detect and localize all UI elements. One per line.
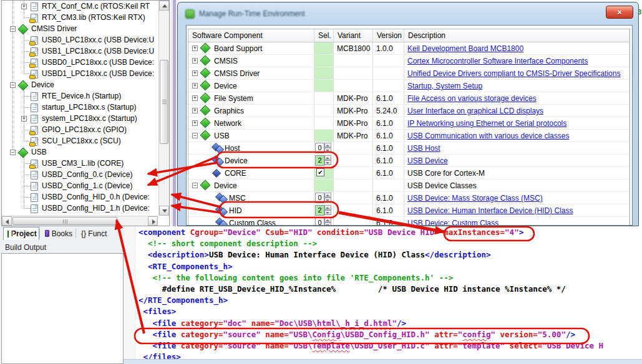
close-button[interactable]: × bbox=[606, 6, 633, 19]
table-row[interactable]: +DeviceStartup, System Setup bbox=[188, 80, 630, 92]
table-row[interactable]: +CMSIS DriverUnified Device Drivers comp… bbox=[188, 67, 630, 80]
expand-icon[interactable]: + bbox=[192, 95, 198, 101]
variant-cell[interactable] bbox=[334, 155, 373, 167]
description-link[interactable]: USB Device: Human Interface Device (HID)… bbox=[407, 206, 573, 215]
selection-cell[interactable]: 0 bbox=[314, 192, 334, 204]
table-row[interactable]: HID26.1.0USB Device: Human Interface Dev… bbox=[188, 204, 630, 217]
variant-cell[interactable]: MDK-Pro bbox=[334, 105, 373, 117]
spinner-down-button[interactable] bbox=[324, 160, 331, 165]
expand-icon[interactable]: + bbox=[21, 116, 27, 122]
variant-cell[interactable]: MCB1800 bbox=[334, 42, 373, 55]
variant-cell[interactable] bbox=[334, 142, 373, 155]
spinner-up-button[interactable] bbox=[324, 193, 331, 198]
table-row[interactable]: +GraphicsMDK-Pro5.24.0User Interface on … bbox=[188, 105, 630, 117]
expand-icon[interactable]: + bbox=[192, 108, 198, 113]
tree-item[interactable]: GPIO_LPC18xx.c (GPIO) bbox=[2, 125, 160, 136]
instance-spinner[interactable]: 0 bbox=[315, 143, 333, 153]
tree-item[interactable]: +system_LPC18xx.c (Startup) bbox=[2, 113, 160, 125]
selection-cell[interactable]: 2 bbox=[314, 155, 334, 167]
table-row[interactable]: +File SystemMDK-Pro6.1.0File Access on v… bbox=[188, 92, 630, 105]
description-link[interactable]: Unified Device Drivers compliant to CMSI… bbox=[407, 69, 620, 78]
spinner-down-button[interactable] bbox=[324, 210, 331, 215]
description-link[interactable]: IP Networking using Ethernet or Serial p… bbox=[407, 119, 567, 128]
variant-cell[interactable] bbox=[334, 80, 373, 92]
tree-item[interactable]: USB_CM3_L.lib (CORE) bbox=[2, 158, 160, 170]
instance-spinner[interactable]: 0 bbox=[315, 193, 333, 203]
tree-item[interactable]: USBD1_LPC18xx.c (USB Device: bbox=[2, 69, 160, 80]
tree-item[interactable]: +RTX_Conf_CM.c (RTOS:Keil RT bbox=[2, 1, 160, 12]
tree-horizontal-scrollbar[interactable] bbox=[2, 216, 158, 226]
selection-cell[interactable] bbox=[314, 117, 334, 130]
description-link[interactable]: USB Device: Mass Storage Class (MSC) bbox=[407, 194, 543, 203]
selection-cell[interactable] bbox=[314, 55, 334, 67]
tree-item[interactable]: USB0_LPC18xx.c (USB Device:U bbox=[2, 35, 160, 46]
spinner-up-button[interactable] bbox=[324, 155, 331, 160]
scroll-right-button[interactable] bbox=[148, 216, 158, 226]
description-link[interactable]: USB Device bbox=[407, 156, 448, 165]
table-row[interactable]: CORE✔6.1.0USB Core for Cortex-M bbox=[188, 167, 630, 180]
build-output-panel[interactable] bbox=[1, 253, 124, 364]
selection-cell[interactable] bbox=[314, 92, 334, 105]
table-row[interactable]: Host06.1.0USB Host bbox=[188, 142, 630, 155]
table-row[interactable]: MSC06.1.0USB Device: Mass Storage Class … bbox=[188, 192, 630, 204]
description-link[interactable]: USB Communication with various device cl… bbox=[407, 132, 569, 140]
spinner-up-button[interactable] bbox=[324, 218, 331, 223]
selection-cell[interactable] bbox=[314, 105, 334, 117]
expand-icon[interactable]: + bbox=[192, 58, 198, 64]
tree-item[interactable]: −USB bbox=[2, 147, 160, 158]
tree-item[interactable]: −CMSIS Driver bbox=[2, 24, 160, 35]
tree-item[interactable]: −Device bbox=[2, 80, 160, 91]
tab-project[interactable]: Project bbox=[3, 227, 39, 240]
table-row[interactable]: −DeviceUSB Device Classes bbox=[188, 180, 630, 192]
table-row[interactable]: +CMSISCortex Microcontroller Software In… bbox=[188, 55, 630, 67]
dialog-titlebar[interactable]: Manage Run-Time Environment bbox=[185, 7, 305, 20]
select-checkbox[interactable]: ✔ bbox=[316, 168, 324, 176]
spinner-down-button[interactable] bbox=[324, 198, 331, 203]
selection-cell[interactable] bbox=[314, 42, 334, 55]
tree-item[interactable]: SCU_LPC18xx.c (SCU) bbox=[2, 136, 160, 147]
selection-cell[interactable]: 2 bbox=[314, 204, 334, 217]
table-row[interactable]: Custom Class06.1.0USB Device: Custom Cla… bbox=[188, 217, 630, 225]
expand-icon[interactable]: + bbox=[192, 83, 198, 89]
expand-icon[interactable]: + bbox=[192, 70, 198, 76]
selection-cell[interactable]: 0 bbox=[314, 217, 334, 225]
expand-icon[interactable]: + bbox=[192, 120, 198, 126]
selection-cell[interactable] bbox=[314, 80, 334, 92]
instance-spinner[interactable]: 2 bbox=[315, 155, 333, 166]
variant-cell[interactable] bbox=[334, 192, 373, 204]
pdsc-xml-code[interactable]: <component Cgroup="Device" Csub="HID" co… bbox=[139, 227, 603, 363]
scrollbar-thumb[interactable] bbox=[12, 217, 117, 225]
tab-funct[interactable]: {} Funct bbox=[77, 227, 124, 240]
variant-cell[interactable] bbox=[334, 67, 373, 80]
spinner-down-button[interactable] bbox=[324, 223, 331, 225]
description-link[interactable]: File Access on various storage devices bbox=[407, 94, 537, 103]
scroll-left-button[interactable] bbox=[2, 216, 12, 226]
scroll-down-button[interactable] bbox=[159, 206, 169, 216]
scroll-up-button[interactable] bbox=[159, 1, 169, 11]
spinner-down-button[interactable] bbox=[324, 148, 331, 153]
selection-cell[interactable]: 0 bbox=[314, 142, 334, 155]
spinner-up-button[interactable] bbox=[324, 205, 331, 210]
collapse-icon[interactable]: − bbox=[10, 150, 16, 155]
table-row[interactable]: Device26.1.0USB Device bbox=[188, 155, 630, 167]
description-link[interactable]: USB Device: Custom Class bbox=[407, 219, 499, 225]
collapse-icon[interactable]: − bbox=[192, 133, 198, 138]
selection-cell[interactable] bbox=[314, 180, 334, 192]
selection-cell[interactable]: ✔ bbox=[314, 167, 334, 180]
tree-item[interactable]: USB1_LPC18xx.c (USB Device:U bbox=[2, 46, 160, 57]
selection-cell[interactable] bbox=[314, 130, 334, 142]
variant-cell[interactable]: MDK-Pro bbox=[334, 117, 373, 130]
tree-item[interactable]: RTE_Device.h (Startup) bbox=[2, 91, 160, 102]
spinner-up-button[interactable] bbox=[324, 143, 331, 148]
tree-item[interactable]: USBD_Config_1.c (Device) bbox=[2, 181, 160, 192]
tree-item[interactable]: RTX_CM3.lib (RTOS:Keil RTX) bbox=[2, 12, 160, 24]
collapse-icon[interactable]: − bbox=[10, 82, 16, 88]
tab-books[interactable]: Books bbox=[41, 227, 76, 240]
variant-cell[interactable]: MDK-Pro bbox=[334, 92, 373, 105]
description-link[interactable]: User Interface on graphical LCD displays bbox=[407, 107, 543, 115]
tree-item[interactable]: USBD_Config_0.c (Device) bbox=[2, 170, 160, 181]
instance-spinner[interactable]: 2 bbox=[315, 205, 333, 216]
table-row[interactable]: −USBMDK-Pro6.1.0USB Communication with v… bbox=[188, 130, 630, 142]
scrollbar-thumb[interactable] bbox=[160, 60, 168, 144]
collapse-icon[interactable]: − bbox=[192, 183, 198, 188]
